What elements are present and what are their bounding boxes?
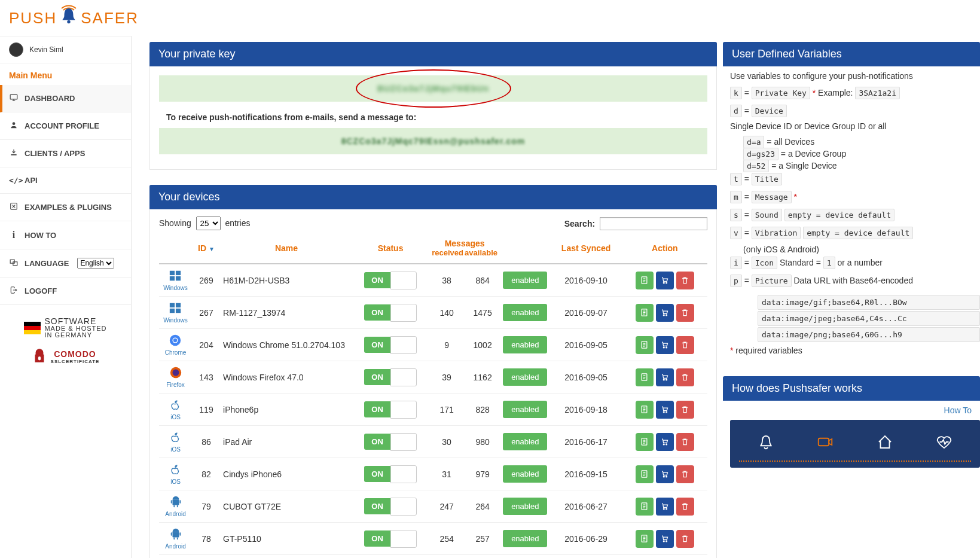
svg-point-37: [666, 444, 667, 445]
status-toggle[interactable]: ON: [364, 401, 417, 419]
col-id[interactable]: ID ▼: [192, 235, 221, 264]
menu-account-profile[interactable]: ACCOUNT PROFILE: [0, 112, 131, 140]
avatar: [9, 42, 23, 57]
svg-rect-14: [170, 303, 175, 307]
action-delete-button[interactable]: [676, 368, 694, 386]
col-synced[interactable]: Last Synced: [549, 235, 622, 264]
cell-name: CUBOT GT72E: [221, 490, 352, 523]
svg-rect-10: [176, 276, 181, 280]
status-toggle[interactable]: ON: [364, 336, 417, 354]
entries-select[interactable]: 25: [196, 217, 221, 230]
col-msg[interactable]: Messages receivedavailable: [429, 235, 500, 264]
cell-received: 38: [429, 264, 465, 297]
action-cart-button[interactable]: [656, 272, 674, 289]
menu-language[interactable]: LANGUAGE English: [0, 249, 131, 278]
svg-rect-9: [170, 276, 175, 280]
action-cart-button[interactable]: [656, 336, 674, 354]
svg-point-25: [664, 347, 665, 348]
menu-clients-apps[interactable]: CLIENTS / APPS: [0, 140, 131, 167]
email-box: 8CZCo3a7JjMqc79IEssn@pushsafer.com: [159, 128, 707, 154]
var-m: m = Message *: [723, 190, 980, 208]
action-delete-button[interactable]: [676, 530, 694, 548]
action-cart-button[interactable]: [656, 433, 674, 451]
cell-available: 257: [465, 523, 500, 555]
action-note-button[interactable]: [636, 304, 654, 322]
code-icon: </>: [9, 176, 19, 185]
var-d-note: Single Device ID or Device Group ID or a…: [723, 121, 980, 136]
action-delete-button[interactable]: [676, 465, 694, 483]
svg-point-0: [68, 20, 71, 23]
menu-examples-plugins[interactable]: EXAMPLES & PLUGINS: [0, 194, 131, 221]
right-column: User Defined Variables Use variables to …: [723, 36, 980, 558]
menu-api[interactable]: </> API: [0, 167, 131, 194]
table-row: Android 79 CUBOT GT72E ON 247 264 enable…: [159, 490, 707, 523]
cell-id: 269: [192, 264, 221, 297]
action-cart-button[interactable]: [656, 498, 674, 516]
status-toggle[interactable]: ON: [364, 530, 417, 548]
action-note-button[interactable]: [636, 530, 654, 548]
svg-point-33: [664, 411, 665, 413]
plugin-icon: [9, 202, 19, 212]
menu-logoff[interactable]: LOGOFF: [0, 278, 131, 305]
enabled-badge: enabled: [503, 465, 547, 483]
action-note-button[interactable]: [636, 465, 654, 483]
language-select[interactable]: English: [77, 258, 114, 269]
status-toggle[interactable]: ON: [364, 498, 417, 516]
svg-rect-16: [170, 309, 175, 313]
action-delete-button[interactable]: [676, 401, 694, 419]
col-name[interactable]: Name: [221, 235, 352, 264]
var-t: t = Title: [723, 172, 980, 190]
action-note-button[interactable]: [636, 433, 654, 451]
showing-entries: Showing 25 entries: [159, 217, 251, 230]
action-delete-button[interactable]: [676, 272, 694, 289]
required-note: * required variables: [723, 343, 980, 361]
action-cart-button[interactable]: [656, 465, 674, 483]
status-toggle[interactable]: ON: [364, 465, 417, 483]
action-note-button[interactable]: [636, 272, 654, 289]
enabled-badge: enabled: [503, 433, 547, 450]
action-delete-button[interactable]: [676, 336, 694, 354]
status-toggle[interactable]: ON: [364, 368, 417, 386]
menu-howto[interactable]: i HOW TO: [0, 221, 131, 249]
action-delete-button[interactable]: [676, 304, 694, 322]
menu-item-label: LANGUAGE: [25, 259, 69, 268]
cell-available: 864: [465, 264, 500, 297]
action-cart-button[interactable]: [656, 530, 674, 548]
svg-point-49: [664, 508, 665, 510]
cell-available: 828: [465, 394, 500, 426]
brand-left: PUSH: [9, 9, 57, 28]
sidebar: Kevin Siml Main Menu DASHBOARD ACCOUNT P…: [0, 36, 132, 558]
user-row[interactable]: Kevin Siml: [0, 36, 131, 63]
action-cart-button[interactable]: [656, 401, 674, 419]
table-row: Firefox 143 Windows Firefox 47.0 ON 39 1…: [159, 361, 707, 394]
enabled-badge: enabled: [503, 272, 547, 289]
action-delete-button[interactable]: [676, 498, 694, 516]
action-cart-button[interactable]: [656, 368, 674, 386]
enabled-badge: enabled: [503, 498, 547, 515]
status-toggle[interactable]: ON: [364, 304, 417, 322]
table-row: Windows 267 RM-1127_13974 ON 140 1475 en…: [159, 297, 707, 329]
language-icon: [9, 258, 19, 269]
action-cart-button[interactable]: [656, 304, 674, 322]
search-wrap: Search:: [564, 217, 707, 230]
action-note-button[interactable]: [636, 336, 654, 354]
var-s: s = Sound empty = device default: [723, 208, 980, 225]
howto-link[interactable]: How To: [944, 405, 972, 415]
status-toggle[interactable]: ON: [364, 272, 417, 289]
col-status[interactable]: Status: [352, 235, 429, 264]
action-note-button[interactable]: [636, 498, 654, 516]
cell-name: RM-1127_13974: [221, 297, 352, 329]
svg-rect-15: [176, 303, 181, 307]
email-instruction: To receive push-notifications from e-mai…: [159, 108, 707, 128]
svg-rect-44: [170, 500, 172, 504]
cell-synced: 2016-09-10: [549, 264, 622, 297]
action-delete-button[interactable]: [676, 433, 694, 451]
user-icon: [9, 121, 19, 131]
status-toggle[interactable]: ON: [364, 433, 417, 451]
enabled-badge: enabled: [503, 304, 547, 321]
search-input[interactable]: [600, 217, 707, 230]
action-note-button[interactable]: [636, 401, 654, 419]
action-note-button[interactable]: [636, 368, 654, 386]
menu-dashboard[interactable]: DASHBOARD: [0, 85, 131, 112]
badge-germany: SOFTWARE MADE & HOSTED IN GERMANY: [0, 317, 131, 339]
